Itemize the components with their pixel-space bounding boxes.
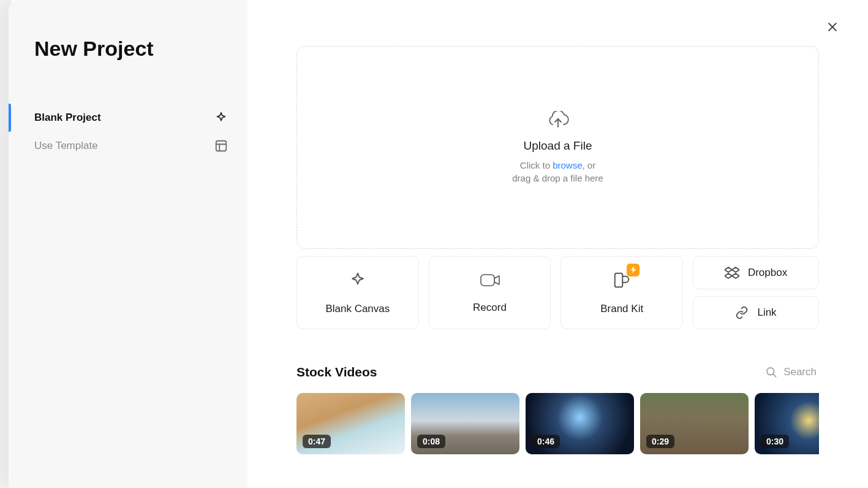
stock-video-thumb[interactable]: 0:47 bbox=[296, 393, 405, 454]
page-title: New Project bbox=[34, 37, 247, 61]
new-project-modal: New Project Blank Project Use Template bbox=[9, 0, 868, 488]
stock-video-thumb[interactable]: 0:08 bbox=[411, 393, 519, 454]
search-icon bbox=[765, 366, 777, 378]
upload-title: Upload a File bbox=[524, 139, 592, 153]
dropbox-button[interactable]: Dropbox bbox=[693, 256, 819, 289]
link-icon bbox=[735, 306, 749, 319]
svg-rect-0 bbox=[216, 141, 227, 151]
sidebar-item-use-template[interactable]: Use Template bbox=[9, 132, 247, 160]
camera-icon bbox=[480, 272, 500, 291]
sidebar: New Project Blank Project Use Template bbox=[9, 0, 247, 488]
bolt-badge-icon bbox=[627, 264, 640, 276]
svg-rect-1 bbox=[481, 275, 494, 286]
close-icon bbox=[826, 21, 839, 36]
record-button[interactable]: Record bbox=[429, 256, 551, 329]
browse-link[interactable]: browse bbox=[553, 160, 582, 170]
duration-badge: 0:29 bbox=[646, 435, 674, 448]
stock-video-thumb[interactable]: 0:46 bbox=[526, 393, 634, 454]
action-row: Blank Canvas Record bbox=[296, 256, 819, 329]
brand-icon bbox=[613, 271, 631, 292]
dropbox-icon bbox=[725, 267, 739, 279]
upload-dropzone[interactable]: Upload a File Click to browse, or drag &… bbox=[296, 46, 819, 249]
brand-kit-button[interactable]: Brand Kit bbox=[560, 256, 683, 329]
close-button[interactable] bbox=[824, 20, 841, 37]
action-label: Link bbox=[757, 307, 776, 319]
stock-video-thumb[interactable]: 0:30 bbox=[755, 393, 819, 454]
action-label: Blank Canvas bbox=[325, 303, 390, 315]
link-button[interactable]: Link bbox=[693, 296, 819, 329]
section-title: Stock Videos bbox=[296, 365, 377, 379]
duration-badge: 0:47 bbox=[303, 435, 331, 448]
sparkle-icon bbox=[349, 271, 367, 292]
duration-badge: 0:46 bbox=[532, 435, 560, 448]
action-label: Brand Kit bbox=[600, 303, 643, 315]
main-panel: Upload a File Click to browse, or drag &… bbox=[247, 0, 868, 488]
search-stock-videos[interactable]: Search bbox=[765, 366, 819, 378]
blank-canvas-button[interactable]: Blank Canvas bbox=[296, 256, 419, 329]
action-label: Dropbox bbox=[748, 267, 787, 279]
stock-video-thumb[interactable]: 0:29 bbox=[640, 393, 749, 454]
secondary-actions: Dropbox Link bbox=[693, 256, 819, 329]
sidebar-item-label: Blank Project bbox=[34, 112, 101, 124]
cloud-upload-icon bbox=[546, 111, 570, 132]
action-label: Record bbox=[473, 302, 507, 314]
duration-badge: 0:30 bbox=[761, 435, 789, 448]
sparkle-icon bbox=[214, 111, 228, 124]
svg-rect-2 bbox=[615, 273, 623, 287]
stock-videos-row: 0:47 0:08 0:46 0:29 0:30 bbox=[296, 393, 819, 454]
search-label: Search bbox=[783, 366, 817, 378]
template-icon bbox=[214, 139, 228, 153]
sidebar-item-label: Use Template bbox=[34, 140, 98, 152]
stock-videos-header: Stock Videos Search bbox=[296, 365, 819, 379]
sidebar-item-blank-project[interactable]: Blank Project bbox=[9, 104, 247, 132]
duration-badge: 0:08 bbox=[417, 435, 445, 448]
upload-subtext: Click to browse, or drag & drop a file h… bbox=[512, 159, 603, 185]
